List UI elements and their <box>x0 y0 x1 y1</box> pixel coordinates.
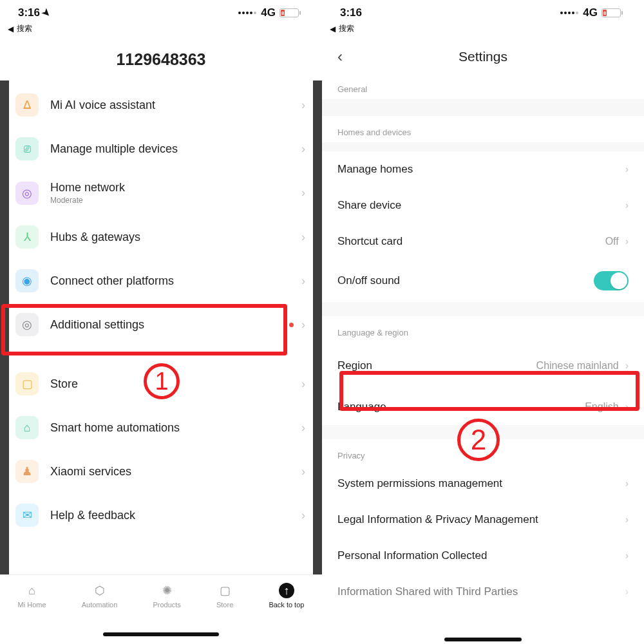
toggle-on[interactable] <box>594 271 629 290</box>
platforms-icon: ◉ <box>15 269 39 292</box>
chevron-right-icon: › <box>625 360 629 371</box>
network-label: 4G <box>583 6 598 19</box>
cube-icon: ⬡ <box>92 583 108 598</box>
annotation-number-1: 1 <box>144 363 180 399</box>
sparkle-icon: ✺ <box>159 583 175 598</box>
tab-mi-home[interactable]: ⌂Mi Home <box>18 583 46 609</box>
gear-icon: ◎ <box>15 313 39 336</box>
tab-automation[interactable]: ⬡Automation <box>82 583 118 609</box>
chevron-right-icon: › <box>625 478 629 489</box>
status-bar: 3:16 ➤ 4G 8 <box>0 0 322 26</box>
row-platforms[interactable]: ◉ Connect other platforms › <box>9 259 313 303</box>
up-arrow-icon: ↑ <box>279 583 294 598</box>
row-manage-homes[interactable]: Manage homes › <box>322 151 644 187</box>
row-hubs[interactable]: ⅄ Hubs & gateways › <box>9 215 313 259</box>
status-time: 3:16 <box>18 6 40 19</box>
ai-icon: ᐃ <box>15 93 39 117</box>
chevron-right-icon: › <box>301 465 305 478</box>
tab-back-to-top[interactable]: ↑Back to top <box>269 583 304 609</box>
row-home-network[interactable]: ◎ Home network Moderate › <box>9 171 313 215</box>
page-title: Settings <box>459 49 507 64</box>
row-shortcut-card[interactable]: Shortcut card Off› <box>322 223 644 260</box>
services-icon: ♟ <box>15 460 39 483</box>
chevron-right-icon: › <box>625 401 629 412</box>
back-to-search[interactable]: ◀ 搜索 <box>0 23 322 34</box>
row-automations[interactable]: ⌂ Smart home automations › <box>9 406 313 450</box>
automation-icon: ⌂ <box>15 416 39 439</box>
chevron-right-icon: › <box>625 514 629 526</box>
row-ai-voice[interactable]: ᐃ Mi AI voice assistant › <box>9 83 313 127</box>
chevron-right-icon: › <box>625 164 629 175</box>
row-help[interactable]: ✉ Help & feedback › <box>9 493 313 537</box>
chevron-right-icon: › <box>301 318 305 332</box>
network-label: 4G <box>261 6 276 19</box>
row-services[interactable]: ♟ Xiaomi services › <box>9 450 313 493</box>
home-indicator[interactable] <box>103 632 219 636</box>
status-bar: 3:16 4G 8 <box>322 0 644 26</box>
row-manage-devices[interactable]: ⎚ Manage multiple devices › <box>9 127 313 171</box>
row-legal[interactable]: Legal Information & Privacy Management › <box>322 502 644 538</box>
row-additional-settings[interactable]: ◎ Additional settings › <box>9 303 313 346</box>
chevron-right-icon: › <box>301 377 305 391</box>
chevron-right-icon: › <box>625 236 629 247</box>
notification-dot <box>289 323 294 327</box>
row-share-device[interactable]: Share device › <box>322 187 644 223</box>
row-sound-toggle[interactable]: On/off sound <box>322 260 644 302</box>
chevron-right-icon: › <box>301 231 305 244</box>
chevron-right-icon: › <box>301 421 305 435</box>
row-personal-info[interactable]: Personal Information Collected › <box>322 538 644 574</box>
placeholder-row <box>322 99 644 116</box>
chevron-right-icon: › <box>301 142 305 156</box>
tab-products[interactable]: ✺Products <box>153 583 180 609</box>
chevron-right-icon: › <box>301 186 305 200</box>
home-indicator[interactable] <box>444 638 522 641</box>
store-icon: ▢ <box>15 372 39 395</box>
section-language: Language & region <box>322 316 644 343</box>
bag-icon: ▢ <box>217 583 232 598</box>
signal-icon <box>238 12 257 14</box>
chevron-right-icon: › <box>301 99 305 112</box>
home-icon: ⌂ <box>24 583 40 598</box>
help-icon: ✉ <box>15 504 39 527</box>
back-button[interactable]: ‹ <box>337 48 343 66</box>
signal-icon <box>560 12 579 14</box>
chevron-right-icon: › <box>625 550 629 562</box>
tab-store[interactable]: ▢Store <box>216 583 233 609</box>
settings-list: ᐃ Mi AI voice assistant › ⎚ Manage multi… <box>9 83 313 537</box>
page-title: 1129648363 <box>0 50 322 69</box>
status-time: 3:16 <box>340 6 362 19</box>
back-to-search[interactable]: ◀ 搜索 <box>322 23 644 34</box>
network-icon: ◎ <box>15 182 39 205</box>
chevron-right-icon: › <box>625 586 629 598</box>
battery-icon: 8 <box>279 8 299 17</box>
chevron-right-icon: › <box>301 274 305 288</box>
location-icon: ➤ <box>40 6 54 20</box>
chevron-right-icon: › <box>301 509 305 522</box>
annotation-number-2: 2 <box>457 419 500 461</box>
section-general: General <box>322 73 644 99</box>
devices-icon: ⎚ <box>15 137 39 160</box>
hubs-icon: ⅄ <box>15 225 39 249</box>
row-region[interactable]: Region Chinese mainland› <box>322 343 644 389</box>
row-sys-permissions[interactable]: System permissions management › <box>322 466 644 502</box>
battery-icon: 8 <box>601 8 621 17</box>
section-homes: Homes and devices <box>322 116 644 142</box>
chevron-right-icon: › <box>625 200 629 211</box>
row-shared-third[interactable]: Information Shared with Third Parties › <box>322 574 644 610</box>
